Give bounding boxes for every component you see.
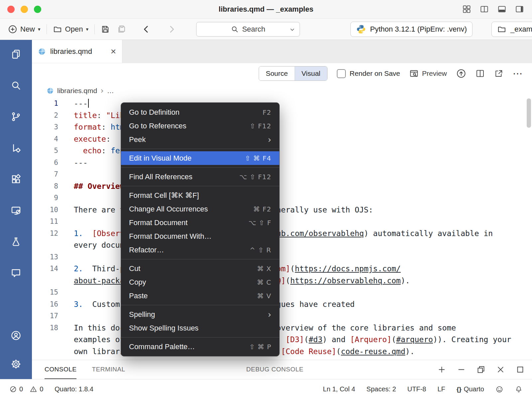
- editor-scrollbar[interactable]: [527, 98, 531, 128]
- menu-item-change-all-occurrences[interactable]: Change All Occurrences⌘ F2: [121, 202, 279, 216]
- toggle-secondary-sidebar-icon[interactable]: [515, 5, 524, 14]
- maximize-panel-icon[interactable]: [516, 365, 525, 374]
- testing-icon[interactable]: [10, 236, 22, 247]
- code-line[interactable]: 5 echo: fenced: [32, 145, 532, 157]
- panel-tab-debug-console[interactable]: DEBUG CONSOLE: [246, 360, 304, 379]
- tab-libraries-qmd[interactable]: libraries.qmd ×: [32, 40, 122, 63]
- menu-item-spelling[interactable]: Spelling›: [121, 308, 279, 321]
- code-line[interactable]: 10There are three types of libraries you…: [32, 204, 532, 216]
- code-line[interactable]: 7: [32, 169, 532, 181]
- source-control-icon[interactable]: [10, 111, 22, 122]
- add-console-icon[interactable]: [437, 365, 446, 374]
- menu-item-format-document[interactable]: Format Document⌥ ⇧ F: [121, 216, 279, 229]
- visual-mode-button[interactable]: Visual: [295, 66, 327, 80]
- menu-item-command-palette[interactable]: Command Palette…⇧ ⌘ P: [121, 340, 279, 353]
- forward-button[interactable]: [167, 24, 177, 34]
- code-line[interactable]: 13: [32, 251, 532, 263]
- minimize-window-button[interactable]: [21, 6, 28, 13]
- customize-layout-icon[interactable]: [462, 5, 471, 14]
- code-line[interactable]: 9: [32, 192, 532, 204]
- code-line[interactable]: 6---: [32, 157, 532, 169]
- publish-button[interactable]: [456, 68, 466, 78]
- menu-item-go-to-definition[interactable]: Go to DefinitionF2: [121, 105, 279, 119]
- back-button[interactable]: [141, 24, 151, 34]
- code-line[interactable]: 4execute:: [32, 133, 532, 145]
- close-panel-icon[interactable]: [496, 365, 505, 374]
- menu-item-show-spelling-issues[interactable]: Show Spelling Issues: [121, 321, 279, 335]
- notifications-bell-icon[interactable]: [515, 385, 523, 393]
- menu-item-refactor[interactable]: Refactor…^ ⇧ R: [121, 243, 279, 257]
- minimize-panel-icon[interactable]: [457, 365, 466, 374]
- render-on-save-control: Render on Save: [337, 69, 400, 78]
- save-all-button[interactable]: [113, 24, 130, 34]
- source-mode-button[interactable]: Source: [259, 66, 295, 80]
- preview-button[interactable]: Preview: [409, 69, 447, 78]
- code-line[interactable]: 3format: html: [32, 121, 532, 133]
- code-line[interactable]: 121. [Observable core libraries](https:/…: [32, 228, 532, 240]
- breadcrumb-more[interactable]: …: [107, 87, 114, 95]
- run-debug-icon[interactable]: [10, 142, 22, 154]
- menu-item-peek[interactable]: Peek›: [121, 133, 279, 146]
- language-mode-status[interactable]: {} Quarto: [457, 385, 484, 393]
- open-button[interactable]: Open ▾: [50, 25, 92, 34]
- render-on-save-checkbox[interactable]: [337, 69, 346, 78]
- problems-status[interactable]: 0 0: [9, 385, 43, 393]
- settings-gear-icon[interactable]: [10, 358, 22, 370]
- more-actions-button[interactable]: ⋯: [513, 68, 523, 78]
- encoding-status[interactable]: UTF-8: [407, 385, 426, 393]
- menu-item-format-document-with[interactable]: Format Document With…: [121, 229, 279, 243]
- panel-tab-terminal[interactable]: TERMINAL: [92, 360, 125, 379]
- code-line[interactable]: about-packages-and-modules) and [Observa…: [32, 275, 532, 287]
- sessions-icon[interactable]: [10, 205, 22, 216]
- code-line[interactable]: 18In this document we'll provide a high …: [32, 322, 532, 334]
- chat-icon[interactable]: [10, 267, 22, 279]
- code-line[interactable]: examples of using third-party libraries …: [32, 334, 532, 346]
- code-line[interactable]: 8## Overview: [32, 181, 532, 193]
- save-button[interactable]: [97, 25, 113, 34]
- code-line[interactable]: 1---: [32, 98, 532, 110]
- menu-shortcut: ⌘ X: [257, 265, 271, 273]
- close-tab-icon[interactable]: ×: [111, 47, 116, 56]
- menu-item-go-to-references[interactable]: Go to References⇧ F12: [121, 119, 279, 133]
- panel-tab-console[interactable]: CONSOLE: [45, 360, 76, 379]
- eol-status[interactable]: LF: [438, 385, 445, 393]
- split-editor-button[interactable]: [475, 69, 485, 78]
- menu-item-find-all-references[interactable]: Find All References⌥ ⇧ F12: [121, 170, 279, 184]
- code-line[interactable]: 2title: "Libraries": [32, 110, 532, 122]
- code-line[interactable]: 142. Third-party JavaScript libraries fr…: [32, 263, 532, 275]
- indentation-status[interactable]: Spaces: 2: [366, 385, 396, 393]
- search-icon[interactable]: [10, 80, 22, 91]
- line-number: 15: [32, 287, 74, 299]
- restore-panel-icon[interactable]: [476, 365, 485, 374]
- code-line[interactable]: every document.: [32, 239, 532, 251]
- menu-separator: [121, 186, 279, 186]
- breadcrumb[interactable]: libraries.qmd › …: [32, 84, 532, 98]
- account-icon[interactable]: [10, 330, 22, 341]
- menu-item-paste[interactable]: Paste⌘ V: [121, 289, 279, 303]
- code-line[interactable]: 11: [32, 216, 532, 228]
- interpreter-selector[interactable]: Python 3.12.1 (PipEnv: .venv): [350, 22, 472, 37]
- code-line[interactable]: own libraries for use with OJS is covere…: [32, 346, 532, 358]
- toggle-sidebar-icon[interactable]: [480, 5, 489, 14]
- menu-item-copy[interactable]: Copy⌘ C: [121, 275, 279, 289]
- breadcrumb-file[interactable]: libraries.qmd: [57, 87, 97, 95]
- code-line[interactable]: 15: [32, 287, 532, 299]
- toggle-panel-icon[interactable]: [497, 5, 506, 14]
- code-line[interactable]: 163. Custom libraries that you or your c…: [32, 299, 532, 311]
- zoom-window-button[interactable]: [34, 6, 41, 13]
- explorer-icon[interactable]: [10, 49, 22, 60]
- code-editor[interactable]: 1---2title: "Libraries"3format: html4exe…: [32, 98, 532, 360]
- menu-item-cut[interactable]: Cut⌘ X: [121, 262, 279, 275]
- open-in-new-window-button[interactable]: [494, 69, 503, 78]
- menu-item-edit-in-visual-mode[interactable]: Edit in Visual Mode⇧ ⌘ F4: [121, 151, 279, 165]
- quarto-version-status[interactable]: Quarto: 1.8.4: [55, 385, 93, 393]
- cursor-position-status[interactable]: Ln 1, Col 4: [323, 385, 355, 393]
- new-button[interactable]: New ▾: [5, 25, 44, 34]
- feedback-icon[interactable]: [495, 385, 503, 393]
- menu-item-format-cell-k-f[interactable]: Format Cell [⌘K ⌘F]: [121, 189, 279, 202]
- workspace-selector[interactable]: _examples: [491, 22, 532, 37]
- extensions-icon[interactable]: [10, 174, 22, 185]
- code-line[interactable]: 17: [32, 310, 532, 322]
- search-box[interactable]: Search: [196, 22, 300, 37]
- close-window-button[interactable]: [7, 6, 15, 13]
